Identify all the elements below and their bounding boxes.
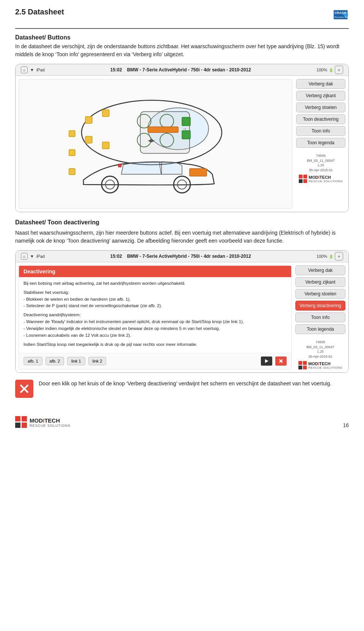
logo-box: CRASH Recovery System	[318, 8, 349, 24]
right-panel-2: Verberg dak Verberg zijkant Verberg stoe…	[295, 265, 345, 369]
deact-header: Deactivering	[19, 266, 291, 277]
moditech-logo-2: MODITECH RESCUE SOLUTIONS	[298, 361, 342, 369]
svg-rect-25	[118, 164, 121, 167]
ipad2-title: 15:02 BMW - 7-Serie ActiveHybrid - 750i …	[110, 254, 251, 259]
ipad-title-1: 15:02 BMW - 7-Serie ActiveHybrid - 750i …	[110, 67, 251, 73]
section-number: 2.5 Datasheet	[15, 8, 64, 16]
section-title-block: 2.5 Datasheet	[15, 8, 64, 19]
battery-label-2: 100%	[317, 254, 327, 259]
moditech-ref-2: 74505 BM_03_11_00047 1.25 30-Apr-2015-01…	[295, 340, 345, 369]
page-footer: MODITECH RESCUE SOLUTIONS 16	[15, 409, 349, 428]
car-diagram-1: →	[19, 79, 292, 209]
crash-logo-svg: CRASH Recovery System	[318, 8, 349, 24]
moditech-ref-1: 74505 BM_03_11_00047 1.25 30-Apr-2015-01…	[296, 153, 345, 183]
home-icon-2: ⌂	[21, 253, 28, 260]
ipad-statusbar-2: ⌂ ▼ iPad 15:02 BMW - 7-Serie ActiveHybri…	[16, 251, 348, 262]
ref-code-2: 74505 BM_03_11_00047 1.25 30-Apr-2015-01	[306, 340, 334, 359]
battery-icon: 🔋	[329, 68, 333, 72]
wifi-icon: ▼	[30, 68, 34, 72]
ipad2-label: iPad	[36, 254, 45, 259]
deact-footer: afb. 1 afb. 2 link 1 link 2	[19, 353, 291, 369]
footer-moditech-text: MODITECH RESCUE SOLUTIONS	[30, 417, 71, 428]
plus-button[interactable]: +	[335, 66, 343, 74]
ipad-frame-1: ⌂ ▼ iPad 15:02 BMW - 7-Serie ActiveHybri…	[15, 64, 349, 212]
section2-heading: Datasheet/ Toon deactivering	[15, 219, 349, 226]
verberg-dak-btn-2[interactable]: Verberg dak	[295, 265, 345, 275]
ipad-left-status: ⌂ ▼ iPad	[21, 66, 45, 73]
verberg-dak-btn[interactable]: Verberg dak	[296, 79, 345, 89]
ipad-frame-2: ⌂ ▼ iPad 15:02 BMW - 7-Serie ActiveHybri…	[15, 250, 349, 373]
buttons-panel-1: Verberg dak Verberg zijkant Verberg stoe…	[296, 79, 345, 209]
battery-label: 100%	[317, 68, 327, 72]
toon-legenda-btn-2[interactable]: Toon legenda	[295, 324, 345, 334]
page-header: 2.5 Datasheet CRASH Recovery System	[15, 8, 349, 24]
deact-para-4: Indien Start/Stop knop niet toegankelijk…	[24, 341, 287, 348]
deact-panel: Deactivering Bij een botsing met airbag …	[19, 265, 292, 369]
deact-para-1: Bij een botsing met airbag activering, z…	[24, 280, 287, 287]
svg-marker-31	[265, 359, 268, 363]
time-label: 15:02	[110, 67, 122, 73]
toon-deactivering-btn[interactable]: Toon deactivering	[296, 114, 345, 124]
verberg-deactivering-btn[interactable]: Verberg deactivering	[295, 301, 345, 311]
bottom-section: Door een klik op het kruis of de knop ‘V…	[15, 380, 349, 398]
car-svg-1: →	[57, 79, 254, 208]
page-number: 16	[343, 422, 349, 428]
ipad-right-status: 100% 🔋 +	[317, 66, 343, 74]
deact-para-2: Stabiliseer het voertuig: - Blokkeer de …	[24, 289, 287, 309]
verberg-stoelen-btn-2[interactable]: Verberg stoelen	[295, 289, 345, 299]
vehicle-title-2: BMW - 7-Serie ActiveHybrid - 750i - 4dr …	[127, 254, 251, 259]
ipad2-left-status: ⌂ ▼ iPad	[21, 253, 45, 260]
vehicle-title: BMW - 7-Serie ActiveHybrid - 750i - 4dr …	[127, 67, 251, 73]
svg-rect-28	[69, 169, 75, 175]
svg-rect-13	[85, 136, 92, 143]
link2-btn[interactable]: link 2	[88, 357, 107, 365]
svg-rect-24	[190, 169, 207, 176]
section2-para1: Naast het waarschuwingsscherm, zijn hier…	[15, 229, 349, 245]
datasheet-buttons-title: Datasheet/ Buttons	[15, 34, 349, 41]
battery-icon-2: 🔋	[329, 254, 333, 259]
ref-code: 74505 BM_03_11_00047 1.25 30-Apr-2015-01	[307, 153, 335, 172]
svg-rect-18	[148, 127, 178, 133]
verberg-zijkant-btn[interactable]: Verberg zijkant	[296, 91, 345, 101]
svg-text:Recovery System: Recovery System	[334, 16, 349, 18]
intro-para1: In de datasheet die verschijnt, zijn de …	[15, 43, 349, 58]
close-btn[interactable]	[275, 357, 287, 366]
toon-info-btn[interactable]: Toon info	[296, 126, 345, 136]
svg-rect-15	[102, 142, 109, 149]
link1-btn[interactable]: link 1	[67, 357, 85, 365]
svg-rect-14	[102, 110, 109, 117]
plus-button-2[interactable]: +	[335, 252, 343, 260]
ipad-content-2: Deactivering Bij een botsing met airbag …	[16, 262, 348, 372]
verberg-stoelen-btn[interactable]: Verberg stoelen	[296, 103, 345, 112]
deact-body: Bij een botsing met airbag activering, z…	[19, 277, 291, 353]
ipad-statusbar-1: ⌂ ▼ iPad 15:02 BMW - 7-Serie ActiveHybri…	[16, 64, 348, 76]
play-btn[interactable]	[261, 357, 272, 366]
afb2-btn[interactable]: afb. 2	[46, 357, 64, 365]
bottom-description: Door een klik op het kruis of de knop ‘V…	[39, 380, 331, 388]
home-icon: ⌂	[21, 66, 28, 73]
wifi-icon-2: ▼	[30, 254, 34, 259]
ipad2-right-status: 100% 🔋 +	[317, 252, 343, 260]
svg-text:→: →	[182, 126, 187, 132]
footer-logo-squares	[15, 416, 27, 428]
toon-legenda-btn[interactable]: Toon legenda	[296, 138, 345, 148]
afb1-btn[interactable]: afb. 1	[24, 357, 42, 365]
svg-text:◀▶: ◀▶	[148, 138, 155, 143]
svg-text:CRASH: CRASH	[334, 11, 346, 15]
moditech-logo-1: MODITECH RESCUE SOLUTIONS	[299, 175, 343, 183]
verberg-zijkant-btn-2[interactable]: Verberg zijkant	[295, 277, 345, 287]
ipad-content-1: →	[16, 76, 348, 212]
svg-text:⚡: ⚡	[69, 150, 74, 155]
header-divider	[15, 28, 349, 29]
svg-rect-12	[85, 117, 92, 123]
svg-rect-16	[182, 117, 190, 126]
ipad-label: iPad	[36, 68, 45, 72]
toon-info-btn-2[interactable]: Toon info	[295, 312, 345, 322]
svg-rect-29	[69, 131, 75, 137]
time-label-2: 15:02	[110, 254, 122, 259]
x-close-button[interactable]	[15, 380, 33, 398]
footer-logo: MODITECH RESCUE SOLUTIONS	[15, 416, 71, 428]
deact-para-3: Deactivering aandrijfsysteem: - Wanneer …	[24, 312, 287, 339]
svg-rect-17	[182, 131, 190, 139]
